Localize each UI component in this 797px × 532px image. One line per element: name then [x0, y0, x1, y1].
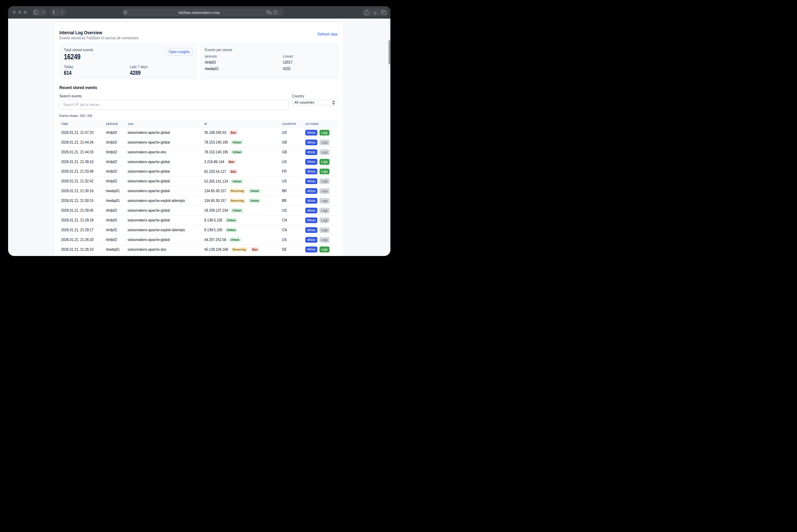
- svg-text:文: 文: [270, 12, 271, 14]
- svg-text:A: A: [267, 11, 269, 13]
